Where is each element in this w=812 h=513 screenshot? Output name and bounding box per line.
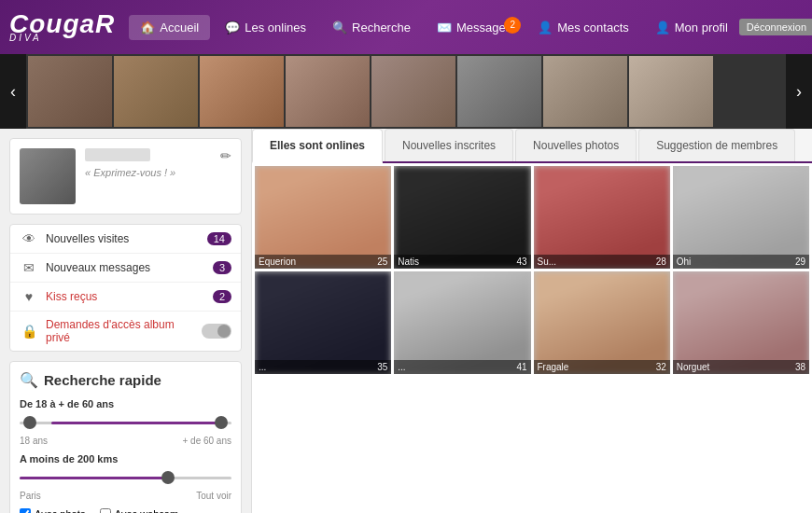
carousel-photo[interactable] (543, 56, 627, 127)
webcam-checkbox-label[interactable]: Avec webcam (100, 508, 178, 513)
photo-image (534, 166, 670, 269)
profile-info: « Exprimez-vous ! » (85, 148, 211, 178)
carousel-next-button[interactable]: › (786, 54, 812, 129)
activity-kiss: ♥ Kiss reçus 2 (10, 283, 241, 312)
nav-profil[interactable]: 👤 Mon profil (644, 15, 739, 40)
photo-label: Ohi 29 (673, 255, 809, 269)
photo-name: Fragale (538, 362, 569, 372)
carousel-photo[interactable] (28, 56, 112, 127)
photo-label: Norguet 38 (673, 360, 809, 374)
carousel-photo[interactable] (457, 56, 541, 127)
distance-labels: Paris Tout voir (20, 491, 231, 501)
nav-recherche[interactable]: 🔍 Recherche (321, 15, 422, 40)
photo-card[interactable]: Fragale 32 (534, 271, 670, 374)
carousel-prev-button[interactable]: ‹ (0, 54, 26, 129)
activity-visits-label: Nouvelles visites (46, 232, 200, 245)
photo-checkbox[interactable] (20, 508, 31, 513)
search-section-icon: 🔍 (20, 371, 38, 389)
age-range-labels: 18 ans + de 60 ans (20, 436, 231, 446)
nav-recherche-label: Recherche (352, 21, 411, 35)
messages-badge: 2 (504, 17, 521, 34)
nav-onlines[interactable]: 💬 Les onlines (214, 15, 317, 40)
distance-handle[interactable] (161, 471, 175, 484)
photo-label: ... 35 (255, 360, 391, 374)
search-section: 🔍 Recherche rapide De 18 à + de 60 ans 1… (9, 361, 242, 513)
nav-profil-label: Mon profil (675, 21, 728, 35)
photo-age: 25 (377, 256, 387, 267)
photo-card[interactable]: ... 41 (394, 271, 530, 374)
photo-name: ... (259, 362, 266, 372)
age-slider[interactable] (20, 413, 231, 432)
nav-messages[interactable]: ✉️ Messages 2 (426, 15, 523, 40)
contacts-icon: 👤 (538, 21, 553, 35)
photo-age: 28 (656, 256, 666, 267)
photo-image (673, 271, 809, 374)
photo-age: 43 (516, 256, 526, 267)
age-handle-max[interactable] (215, 416, 228, 429)
envelope-icon: ✉ (20, 260, 38, 275)
logo-sub: DIVA (9, 34, 115, 43)
photo-card[interactable]: Ohi 29 (673, 166, 809, 269)
photo-name: ... (398, 362, 405, 372)
photo-card[interactable]: Su... 28 (534, 166, 670, 269)
carousel-photo[interactable] (200, 56, 284, 127)
home-icon: 🏠 (140, 21, 155, 35)
distance-slider[interactable] (20, 468, 231, 487)
photo-card[interactable]: Natis 43 (394, 166, 530, 269)
photo-name: Ohi (677, 256, 692, 267)
logo: CougaR DIVA (9, 11, 115, 43)
kiss-count: 2 (213, 290, 231, 303)
photo-age: 29 (795, 256, 805, 267)
tab-nouvelles[interactable]: Nouvelles inscrites (385, 129, 513, 161)
photo-image (394, 166, 530, 269)
profile-section: « Exprimez-vous ! » ✏ (9, 138, 242, 215)
photo-label: Fragale 32 (534, 360, 670, 374)
photo-checkbox-text: Avec photo (35, 508, 86, 513)
heart-icon: ♥ (20, 289, 38, 304)
header-right: Déconnexion ✕ (739, 19, 812, 35)
distance-label: A moins de 200 kms (20, 453, 231, 464)
photo-age: 32 (656, 362, 666, 372)
nav-accueil[interactable]: 🏠 Accueil (129, 15, 210, 40)
profile-quote: « Exprimez-vous ! » (85, 167, 211, 178)
carousel-photo[interactable] (114, 56, 198, 127)
main-nav: 🏠 Accueil 💬 Les onlines 🔍 Recherche ✉️ M… (129, 15, 739, 40)
webcam-checkbox[interactable] (100, 508, 111, 513)
deconnexion-button[interactable]: Déconnexion (739, 19, 812, 35)
activity-messages: ✉ Nouveaux messages 3 (10, 254, 241, 283)
avatar (20, 148, 76, 204)
profil-icon: 👤 (655, 21, 670, 35)
photo-label: ... 41 (394, 360, 530, 374)
tab-photos[interactable]: Nouvelles photos (515, 129, 637, 161)
nav-contacts-label: Mes contacts (557, 21, 629, 35)
sidebar: « Exprimez-vous ! » ✏ 👁 Nouvelles visite… (0, 129, 252, 513)
content-area: Elles sont onlines Nouvelles inscrites N… (252, 129, 812, 513)
carousel-photos-container (0, 54, 812, 129)
nav-onlines-label: Les onlines (245, 21, 306, 35)
album-toggle[interactable] (202, 324, 231, 339)
content-tabs: Elles sont onlines Nouvelles inscrites N… (252, 129, 812, 163)
photo-carousel: ‹ › (0, 54, 812, 129)
photo-checkbox-label[interactable]: Avec photo (20, 508, 86, 513)
edit-icon[interactable]: ✏ (220, 148, 231, 163)
nav-contacts[interactable]: 👤 Mes contacts (526, 15, 640, 40)
tab-onlines[interactable]: Elles sont onlines (252, 129, 383, 163)
chat-icon: 💬 (225, 21, 240, 35)
carousel-photo[interactable] (629, 56, 713, 127)
age-fill (51, 422, 221, 424)
photo-image (255, 271, 391, 374)
photo-card[interactable]: ... 35 (255, 271, 391, 374)
nav-accueil-label: Accueil (160, 21, 199, 35)
photo-image (394, 271, 530, 374)
photo-card[interactable]: Norguet 38 (673, 271, 809, 374)
photo-card[interactable]: Equerion 25 (255, 166, 391, 269)
carousel-photo[interactable] (286, 56, 370, 127)
distance-track (20, 477, 231, 479)
age-handle-min[interactable] (23, 416, 36, 429)
photo-image (255, 166, 391, 269)
photo-age: 38 (795, 362, 805, 372)
carousel-photo[interactable] (371, 56, 455, 127)
search-title-label: Recherche rapide (44, 372, 161, 388)
photos-grid: Equerion 25 Natis 43 Su... 28 (252, 163, 812, 377)
tab-suggestion[interactable]: Suggestion de membres (638, 129, 795, 161)
